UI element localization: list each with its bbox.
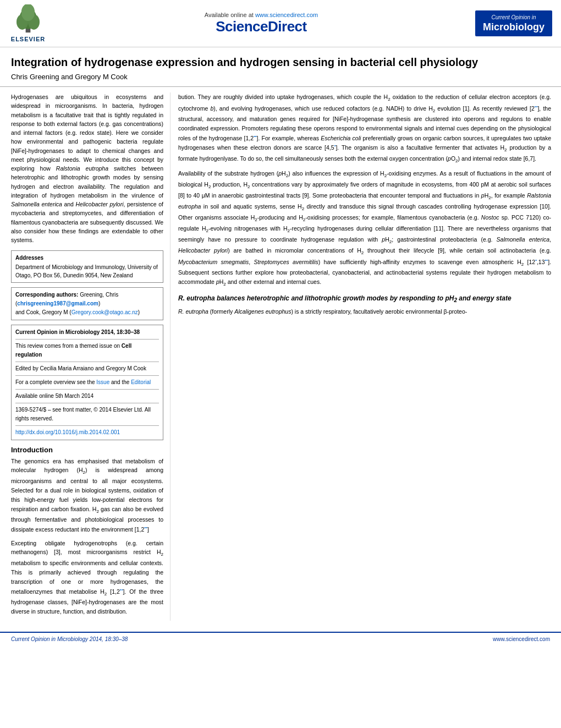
corresponding-label: Corresponding authors: Greening, Chris (… — [15, 291, 159, 308]
page-footer: Current Opinion in Microbiology 2014, 18… — [0, 632, 561, 645]
editorial-link[interactable]: Editorial — [131, 379, 151, 385]
author1-email[interactable]: chrisgreening1987@gmail.com — [17, 300, 98, 306]
elsevier-tree-icon — [9, 4, 47, 35]
meta-edited-by: Edited by Cecilia Maria Arraiano and Gre… — [15, 364, 159, 373]
footer-left: Current Opinion in Microbiology 2014, 18… — [11, 636, 128, 642]
issue-link[interactable]: Issue — [96, 379, 109, 385]
right-p1: bution. They are roughly divided into up… — [178, 92, 551, 165]
addresses-content: Department of Microbiology and Immunolog… — [15, 263, 159, 280]
header-center: Available online at www.sciencedirect.co… — [47, 12, 475, 35]
intro-p1: The genomics era has emphasised that met… — [11, 457, 163, 534]
meta-complete-overview: For a complete overview see the Issue an… — [15, 378, 159, 387]
meta-divider-2 — [15, 362, 159, 362]
article-header: Integration of hydrogenase expression an… — [0, 47, 561, 87]
journal-badge: Current Opinion in Microbiology — [475, 10, 552, 37]
main-content: Hydrogenases are ubiquitous in ecosystem… — [0, 87, 561, 626]
page-header: ELSEVIER Available online at www.science… — [0, 0, 561, 47]
meta-divider-1 — [15, 339, 159, 340]
author2-email[interactable]: Gregory.cook@otago.ac.nz — [72, 309, 138, 315]
journal-label: Current Opinion in — [481, 14, 547, 21]
meta-rights: 1369-5274/$ – see front matter, © 2014 E… — [15, 406, 159, 423]
left-column: Hydrogenases are ubiquitous in ecosystem… — [0, 92, 170, 621]
reutropha-section-title: R. eutropha balances heterotrophic and l… — [178, 294, 551, 304]
sciencedirect-url[interactable]: www.sciencedirect.com — [255, 12, 318, 18]
elsevier-logo: ELSEVIER — [9, 4, 47, 42]
available-online-text: Available online at www.sciencedirect.co… — [47, 12, 475, 18]
corresponding-author2: and Cook, Gregory M (Gregory.cook@otago.… — [15, 308, 159, 317]
meta-available-online: Available online 5th March 2014 — [15, 392, 159, 401]
svg-point-4 — [21, 4, 35, 21]
doi-link[interactable]: http://dx.doi.org/10.1016/j.mib.2014.02.… — [15, 429, 120, 435]
reutropha-p1: R. eutropha (formerly Alcaligenes eutrop… — [178, 307, 551, 316]
meta-divider-5 — [15, 403, 159, 403]
meta-journal-year: Current Opinion in Microbiology 2014, 18… — [15, 328, 159, 337]
addresses-title: Addresses — [15, 254, 159, 262]
metadata-box: Current Opinion in Microbiology 2014, 18… — [11, 325, 163, 440]
meta-divider-3 — [15, 375, 159, 376]
article-authors: Chris Greening and Gregory M Cook — [11, 73, 550, 81]
addresses-box: Addresses Department of Microbiology and… — [11, 250, 163, 283]
article-title: Integration of hydrogenase expression an… — [11, 55, 550, 69]
meta-themed-issue: This review comes from a themed issue on… — [15, 342, 159, 359]
right-column: bution. They are roughly divided into up… — [170, 92, 561, 621]
corresponding-box: Corresponding authors: Greening, Chris (… — [11, 287, 163, 320]
right-p2: Availability of the substrate hydrogen (… — [178, 169, 551, 288]
intro-p2: Excepting obligate hydrogenotrophs (e.g.… — [11, 539, 163, 616]
meta-doi: http://dx.doi.org/10.1016/j.mib.2014.02.… — [15, 428, 159, 437]
meta-divider-4 — [15, 389, 159, 390]
abstract-text: Hydrogenases are ubiquitous in ecosystem… — [11, 92, 163, 245]
intro-section-title: Introduction — [11, 446, 163, 454]
elsevier-label: ELSEVIER — [11, 36, 45, 42]
journal-name: Microbiology — [481, 21, 547, 34]
footer-right: www.sciencedirect.com — [493, 636, 550, 642]
meta-divider-6 — [15, 425, 159, 426]
sciencedirect-logo: ScienceDirect — [47, 18, 475, 35]
